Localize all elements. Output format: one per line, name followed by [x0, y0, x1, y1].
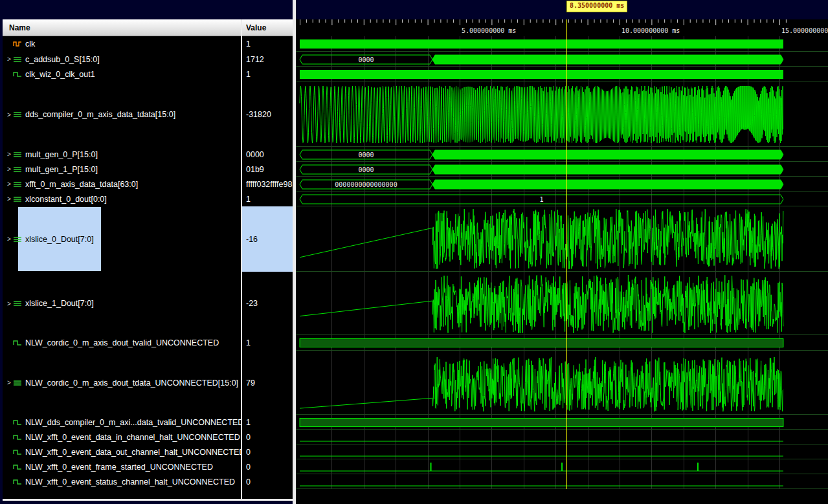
signal-value: -31820	[246, 110, 271, 119]
waveform-bus: 0000000000000000	[296, 177, 828, 192]
signal-value-cell[interactable]: fffff032ffffe98	[242, 177, 293, 192]
bus-icon	[13, 166, 22, 173]
waveform-row[interactable]: 0000000000000000	[296, 177, 828, 192]
signal-value-cell[interactable]: 0	[242, 474, 293, 489]
waveform-row[interactable]	[296, 67, 828, 82]
net-icon	[13, 448, 22, 456]
timeline-ruler[interactable]: 5.000000000 ms10.000000000 ms15.00000000…	[296, 19, 828, 36]
signal-row[interactable]: >xlconstant_0_dout[0:0]	[3, 192, 241, 206]
signal-value-cell[interactable]: -31820	[242, 82, 293, 147]
name-header-label: Name	[9, 23, 30, 32]
signal-row[interactable]: NLW_xfft_0_event_data_in_channel_halt_UN…	[3, 430, 241, 444]
signal-row[interactable]: >NLW_cordic_0_m_axis_dout_tdata_UNCONNEC…	[3, 351, 241, 415]
expand-chevron-icon[interactable]: >	[5, 166, 13, 173]
waveform-low	[296, 474, 828, 489]
signal-row[interactable]: >mult_gen_0_P[15:0]	[3, 147, 241, 162]
signal-row[interactable]: NLW_xfft_0_event_frame_started_UNCONNECT…	[3, 459, 241, 474]
signal-value-cell[interactable]: 1	[242, 415, 293, 430]
waveform-row[interactable]	[296, 36, 828, 52]
waveform-row[interactable]	[296, 459, 828, 474]
expand-chevron-icon[interactable]: >	[5, 56, 13, 63]
waveform-low_pulses	[296, 459, 828, 474]
signal-value-cell[interactable]: 0000	[242, 147, 293, 162]
waveform-row[interactable]	[296, 351, 828, 415]
signal-row[interactable]: >dds_compiler_0_m_axis_data_tdata[15:0]	[3, 82, 241, 147]
signal-row[interactable]: clk_wiz_0_clk_out1	[3, 67, 241, 82]
signal-name: xfft_0_m_axis_data_tdata[63:0]	[25, 180, 138, 189]
signal-name: clk	[25, 39, 35, 49]
cursor-time-chip[interactable]: 8.350000000 ms	[566, 1, 627, 12]
waveform-row[interactable]	[296, 206, 828, 272]
signal-value-cell[interactable]: 0	[242, 459, 293, 474]
signal-row[interactable]: NLW_xfft_0_event_data_out_channel_halt_U…	[3, 444, 241, 459]
waveform-row[interactable]: 0000	[296, 147, 828, 162]
signal-row[interactable]: >mult_gen_1_P[15:0]	[3, 162, 241, 177]
signal-row[interactable]: >xlslice_0_Dout[7:0]	[3, 206, 241, 272]
cursor-line[interactable]	[566, 19, 567, 489]
expand-chevron-icon[interactable]: >	[5, 111, 13, 118]
signal-row[interactable]: NLW_cordic_0_m_axis_dout_tvalid_UNCONNEC…	[3, 335, 241, 351]
signal-name: mult_gen_0_P[15:0]	[25, 150, 98, 159]
signal-value-cell[interactable]: 0	[242, 430, 293, 444]
bus-value-label: 0000	[358, 56, 374, 63]
signal-row[interactable]: NLW_dds_compiler_0_m_axi...data_tvalid_U…	[3, 415, 241, 430]
waveform-row[interactable]: 0000	[296, 162, 828, 177]
signal-row[interactable]: clk	[3, 36, 241, 52]
waveform-area: 5.000000000 ms10.000000000 ms15.00000000…	[296, 19, 828, 504]
signal-row[interactable]: >xfft_0_m_axis_data_tdata[63:0]	[3, 177, 241, 192]
expand-chevron-icon[interactable]: >	[5, 151, 13, 158]
signal-name: xlconstant_0_dout[0:0]	[25, 195, 107, 204]
signal-value-cell[interactable]: 1	[242, 335, 293, 351]
waveform-solid_high_dark	[296, 335, 828, 351]
signal-row[interactable]: >xlslice_1_Dout[7:0]	[3, 272, 241, 335]
time-label: 10.000000000 ms	[621, 27, 680, 34]
waveform-row[interactable]	[296, 444, 828, 459]
signal-value: -16	[246, 235, 258, 244]
bus-icon	[13, 181, 22, 188]
signal-value-cell[interactable]: 79	[242, 351, 293, 415]
waveform-row[interactable]	[296, 474, 828, 489]
bus-value-label: 0000	[358, 166, 374, 173]
topbar: 8.350000000 ms	[0, 0, 828, 19]
signal-row[interactable]: >c_addsub_0_S[15:0]	[3, 52, 241, 67]
signal-value: 0	[246, 448, 251, 457]
waveform-row[interactable]	[296, 335, 828, 351]
expand-chevron-icon[interactable]: >	[5, 195, 13, 203]
signal-value: fffff032ffffe98	[246, 180, 292, 189]
signal-name: NLW_dds_compiler_0_m_axi...data_tvalid_U…	[25, 418, 241, 427]
waveform-row[interactable]	[296, 272, 828, 335]
waveform-chirp	[296, 82, 828, 147]
value-column-header[interactable]: Value	[242, 19, 293, 36]
signal-name: c_addsub_0_S[15:0]	[25, 55, 100, 64]
name-column-header[interactable]: Name	[3, 19, 241, 36]
signal-value: 0	[246, 463, 251, 472]
signal-value: 1	[246, 39, 251, 49]
expand-chevron-icon[interactable]: >	[5, 181, 13, 188]
waveform-row[interactable]	[296, 415, 828, 430]
signal-value-cell[interactable]: 01b9	[242, 162, 293, 177]
signal-value-cell[interactable]: -16	[242, 206, 293, 272]
signal-value: -23	[246, 299, 258, 308]
waveform-low	[296, 430, 828, 444]
waveform-row[interactable]: 1	[296, 192, 828, 206]
signal-value-cell[interactable]: 1	[242, 192, 293, 206]
signal-value: 0000	[246, 150, 264, 159]
signal-value-cell[interactable]: 0	[242, 444, 293, 459]
waveform-row[interactable]	[296, 82, 828, 147]
expand-chevron-icon[interactable]: >	[5, 236, 13, 243]
signal-value-panel: Value 117121-31820000001b9fffff032ffffe9…	[242, 19, 293, 501]
expand-chevron-icon[interactable]: >	[5, 300, 13, 307]
signal-value-cell[interactable]: -23	[242, 272, 293, 335]
waveform-row[interactable]: 0000	[296, 52, 828, 67]
signal-value-cell[interactable]: 1	[242, 36, 293, 52]
signal-value-cell[interactable]: 1712	[242, 52, 293, 67]
waveform-row[interactable]	[296, 430, 828, 444]
expand-chevron-icon[interactable]: >	[5, 379, 13, 386]
signal-value-rows: 117121-31820000001b9fffff032ffffe981-16-…	[242, 36, 293, 489]
signal-name: NLW_cordic_0_m_axis_dout_tvalid_UNCONNEC…	[25, 338, 219, 347]
signal-value-cell[interactable]: 1	[242, 67, 293, 82]
signal-row[interactable]: NLW_xfft_0_event_status_channel_halt_UNC…	[3, 474, 241, 489]
ruler-ticks	[296, 19, 828, 36]
signal-name-panel: Name clk>c_addsub_0_S[15:0]clk_wiz_0_clk…	[3, 19, 241, 501]
waveform-low	[296, 444, 828, 459]
